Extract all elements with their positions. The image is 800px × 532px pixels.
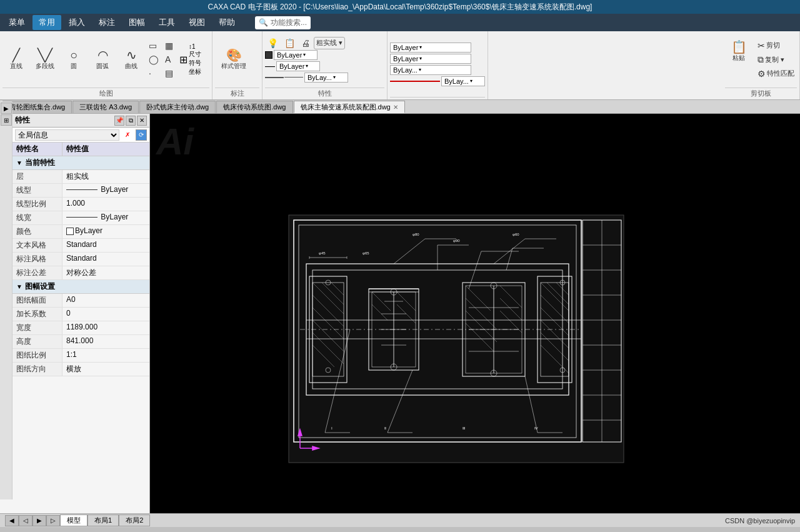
menu-item-insert[interactable]: 插入 xyxy=(62,15,91,30)
prop-value-height: 841.000 xyxy=(62,335,149,348)
layout-tab-1[interactable]: 布局1 xyxy=(88,514,119,526)
layout-last-btn[interactable]: ▷ xyxy=(46,515,60,526)
btn-style-manager[interactable]: 🎨 样式管理 xyxy=(215,48,252,72)
btn-arc[interactable]: ◠ 圆弧 xyxy=(89,48,116,72)
btn-rect[interactable]: ▭ xyxy=(146,39,161,52)
prop-value-width: 1189.000 xyxy=(62,321,149,334)
prop-selector-dropdown[interactable]: 全局信息 xyxy=(15,129,119,141)
section-arrow-1: ▼ xyxy=(16,159,22,166)
menu-item-dimension[interactable]: 标注 xyxy=(92,15,121,30)
btn-matchprop[interactable]: ⚙ 特性匹配 xyxy=(755,68,797,80)
linewidth-combo-label: ByLay... xyxy=(308,74,332,81)
svg-text:φ65: φ65 xyxy=(362,251,369,255)
spline-icon: ∿ xyxy=(126,49,137,61)
copy-icon: ⧉ xyxy=(758,54,764,65)
btn-text[interactable]: A xyxy=(162,53,176,66)
layout-tab-2[interactable]: 布局2 xyxy=(119,514,150,526)
canvas-area[interactable]: Ai xyxy=(150,114,800,513)
layer-combo[interactable]: ByLayer ▾ xyxy=(390,43,471,53)
tab-gearlibrary[interactable]: 齿轮图纸集合.dwg xyxy=(2,101,72,113)
btn-style-manager-label: 样式管理 xyxy=(221,62,246,71)
ribbon: ╱ 直线 ╲╱ 多段线 ○ 圆 ◠ 圆弧 ∿ 曲线 xyxy=(0,31,800,100)
prop-value-linescale: 1.000 xyxy=(62,198,149,211)
style-manager-icon: 🎨 xyxy=(226,49,242,61)
search-icon: 🔍 xyxy=(259,18,268,27)
linetype-combo[interactable]: ByLayer ▾ xyxy=(276,61,320,71)
prop-row-width: 宽度 1189.000 xyxy=(12,321,149,335)
menu-item-view[interactable]: 视图 xyxy=(182,15,211,30)
prop-value-layer: 粗实线 xyxy=(62,170,149,183)
main-area: ▶ ⊞ 特性 📌 ⧉ ✕ 全局信息 ✗ ⟳ xyxy=(0,114,800,513)
svg-text:Ⅱ: Ⅱ xyxy=(384,426,386,430)
menu-item-tools[interactable]: 工具 xyxy=(152,15,181,30)
tab-close-icon[interactable]: ✕ xyxy=(393,104,398,111)
btn-line[interactable]: ╱ 直线 xyxy=(2,48,30,72)
svg-text:Ⅰ: Ⅰ xyxy=(331,426,332,430)
btn-table[interactable]: ▤ xyxy=(162,67,176,79)
table-icon: ▤ xyxy=(165,68,173,78)
vert-btn-2[interactable]: ⊞ xyxy=(1,114,12,126)
prop-icon-btn-2[interactable]: ⟳ xyxy=(136,129,147,141)
prop-row-linewidth: 线宽 ByLayer xyxy=(12,211,149,225)
prop-section-current[interactable]: ▼ 当前特性 xyxy=(12,156,149,170)
prop-icon-btn-1[interactable]: ✗ xyxy=(122,129,133,141)
layout-first-btn[interactable]: ◁ xyxy=(19,515,32,526)
prop-float-btn[interactable]: ⧉ xyxy=(126,116,136,126)
btn-cut[interactable]: ✂ 剪切 xyxy=(755,39,797,52)
layout-tab-model[interactable]: 模型 xyxy=(60,514,88,526)
layer-combo2[interactable]: ByLayer ▾ xyxy=(390,54,471,64)
prop-row-extfactor: 加长系数 0 xyxy=(12,308,149,321)
layout-next-btn[interactable]: ▶ xyxy=(32,515,46,526)
btn-layers[interactable]: 📋 xyxy=(282,37,298,49)
layer-combo3[interactable]: ByLay... ▾ xyxy=(390,65,471,75)
layout-tabs: ◀ ◁ ▶ ▷ 模型 布局1 布局2 xyxy=(5,514,150,526)
properties-title: 特性 xyxy=(15,115,30,126)
prop-section-pagesetup[interactable]: ▼ 图幅设置 xyxy=(12,280,149,294)
prop-row-linetype: 线型 ByLayer xyxy=(12,184,149,198)
linestyle-preview xyxy=(390,81,440,82)
cut-icon: ✂ xyxy=(758,41,765,51)
prop-col-value: 特性值 xyxy=(62,143,149,156)
ribbon-group-clipboard-label: 剪切板 xyxy=(725,88,797,98)
layout-prev-btn[interactable]: ◀ xyxy=(5,515,19,526)
btn-copy[interactable]: ⧉ 复制 ▾ xyxy=(755,53,797,66)
prop-value-extfactor: 0 xyxy=(62,308,149,321)
btn-circle[interactable]: ○ 圆 xyxy=(60,48,88,72)
btn-paste[interactable]: 📋 粘贴 xyxy=(725,39,752,64)
menu-item-help[interactable]: 帮助 xyxy=(212,15,241,30)
tab-triplegear[interactable]: 三联齿轮 A3.dwg xyxy=(72,101,139,113)
prop-value-dimtol: 对称公差 xyxy=(62,266,149,279)
ellipse-icon: ◯ xyxy=(149,54,159,64)
prop-close-btn[interactable]: ✕ xyxy=(137,116,147,126)
btn-polyline[interactable]: ╲╱ 多段线 xyxy=(31,48,59,72)
svg-text:Ⅳ: Ⅳ xyxy=(534,426,538,430)
btn-print[interactable]: 🖨 xyxy=(299,37,312,49)
search-box[interactable]: 🔍 功能搜索... xyxy=(255,16,311,29)
btn-ellipse[interactable]: ◯ xyxy=(146,53,161,66)
ribbon-group-style: 🎨 样式管理 标注 xyxy=(212,31,262,99)
tab-horizontal-mill[interactable]: 卧式铣床主传动.dwg xyxy=(139,101,216,113)
point-icon: · xyxy=(149,68,151,78)
btn-spline[interactable]: ∿ 曲线 xyxy=(118,48,145,72)
color-combo[interactable]: ByLayer ▾ xyxy=(274,50,318,60)
tab-millspindle[interactable]: 铣床主轴变速系统装配图.dwg ✕ xyxy=(294,101,405,113)
menu-item-common[interactable]: 常用 xyxy=(32,15,61,30)
menu-item-drawing[interactable]: 图幅 xyxy=(122,15,151,30)
rect-icon: ▭ xyxy=(149,41,157,51)
prop-name-orientation: 图纸方向 xyxy=(12,363,62,376)
prop-pin-btn[interactable]: 📌 xyxy=(114,116,124,126)
btn-matchprop-label: 特性匹配 xyxy=(767,69,794,78)
hatch-icon: ▦ xyxy=(165,41,173,51)
line-icon: ╱ xyxy=(12,49,20,61)
tab-milltransmission[interactable]: 铣床传动系统图.dwg xyxy=(216,101,292,113)
menu-item-menu[interactable]: 菜单 xyxy=(2,15,31,30)
btn-lamp[interactable]: 💡 xyxy=(265,37,281,49)
search-placeholder: 功能搜索... xyxy=(271,18,307,28)
btn-hatch[interactable]: ▦ xyxy=(162,39,176,52)
uom-label: 尺寸 xyxy=(189,50,201,59)
btn-linewt[interactable]: 粗实线 ▾ xyxy=(314,37,345,49)
btn-point[interactable]: · xyxy=(146,67,161,79)
linewidth-combo[interactable]: ByLay... ▾ xyxy=(304,73,348,83)
redline-combo[interactable]: ByLay... ▾ xyxy=(441,76,485,86)
redline-combo-arrow: ▾ xyxy=(470,78,472,84)
